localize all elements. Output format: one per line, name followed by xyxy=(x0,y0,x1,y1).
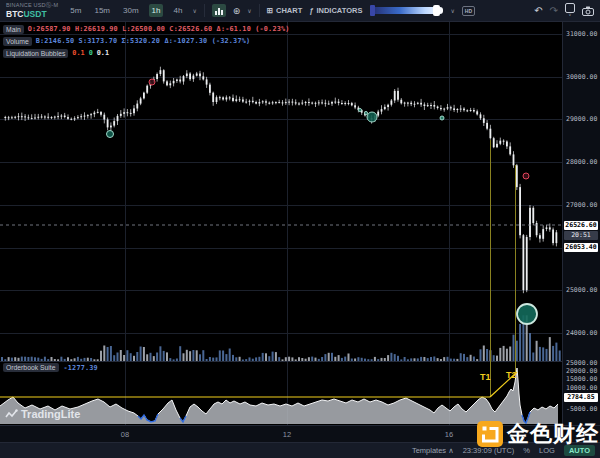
price-axis-label: 26526.60 xyxy=(564,221,598,230)
orderbook-suite-badge[interactable]: Orderbook Suite xyxy=(3,363,59,372)
grid-icon: ⊞ xyxy=(267,6,273,15)
price-axis-label: 20:51 xyxy=(564,231,598,240)
heatmap-intensity-slider[interactable] xyxy=(371,7,443,14)
price-axis[interactable]: 31000.0030000.0029000.0028000.0027000.00… xyxy=(562,22,600,425)
liq-param-3: 0.1 xyxy=(97,49,109,57)
jinse-finance-watermark: 金色财经 xyxy=(477,419,599,449)
templates-label: Templates xyxy=(412,446,446,455)
undo-icon[interactable]: ↶ xyxy=(534,5,542,16)
volume-values: B:2146.50 S:3173.70 Σ:5320.20 Δ:-1027.30… xyxy=(36,37,251,45)
orderbook-suite-value: -1277.39 xyxy=(64,364,98,372)
top-toolbar: BINANCE USDⓈ-M BTCUSDT 5m 15m 30m 1h 4h … xyxy=(0,0,600,22)
toolbar-divider xyxy=(204,4,205,17)
time-axis-label: 08 xyxy=(121,430,129,439)
timeframe-15m[interactable]: 15m xyxy=(91,4,113,17)
price-axis-tick: 15000.00 xyxy=(566,375,597,383)
indicators-button[interactable]: ƒINDICATORS xyxy=(309,6,362,15)
chart-button-label: CHART xyxy=(276,6,302,15)
layout-chevron-icon: ∨ xyxy=(568,13,571,18)
heatmap-dropdown-icon[interactable]: ∨ xyxy=(247,7,251,14)
symbol-pair: BTCUSDT xyxy=(6,10,58,19)
camera-icon[interactable] xyxy=(582,6,594,16)
timeframe-30m[interactable]: 30m xyxy=(120,4,142,17)
chart-wrap: T1T2 Main O:26587.90 H:26619.90 L:26500.… xyxy=(0,22,600,425)
price-axis-tick: 10000.00 xyxy=(566,384,597,392)
timeframe-1h-active[interactable]: 1h xyxy=(149,4,164,17)
orderbook-area xyxy=(0,368,558,424)
price-axis-tick: 30000.00 xyxy=(566,73,597,81)
volume-bars xyxy=(1,315,561,361)
fx-icon: ƒ xyxy=(309,6,313,15)
jinse-logo-icon xyxy=(477,421,503,447)
bar-icon xyxy=(221,10,223,15)
tradinglite-watermark-text: TradingLite xyxy=(21,408,80,420)
candles xyxy=(4,67,557,294)
price-axis-tick: -5000.00 xyxy=(566,405,597,413)
timeframe-4h[interactable]: 4h xyxy=(170,4,185,17)
timeframe-5m[interactable]: 5m xyxy=(67,4,84,17)
price-axis-tick: 24000.00 xyxy=(566,329,597,337)
slider-dropdown-icon[interactable]: ∨ xyxy=(450,7,454,14)
heatmap-style-icon[interactable]: ⊛ xyxy=(233,6,241,16)
main-indicator-badge[interactable]: Main xyxy=(3,25,24,34)
time-axis-label: 16 xyxy=(445,430,453,439)
liquidation-bubbles-badge[interactable]: Liquidation Bubbles xyxy=(3,49,68,58)
toolbar-divider xyxy=(259,4,260,17)
tradinglite-logo-icon xyxy=(5,408,18,420)
price-axis-tick: 28000.00 xyxy=(566,158,597,166)
slider-handle-left[interactable] xyxy=(370,5,375,16)
marker-label-T2: T2 xyxy=(506,370,517,380)
jinse-watermark-text: 金色财经 xyxy=(507,419,599,449)
symbol-quote: USDT xyxy=(23,9,46,19)
chart-area[interactable]: T1T2 Main O:26587.90 H:26619.90 L:26500.… xyxy=(0,22,562,425)
symbol-base: BTC xyxy=(6,9,23,19)
price-axis-label: 26053.40 xyxy=(564,243,598,252)
price-axis-tick: 29000.00 xyxy=(566,115,597,123)
hd-quality-badge[interactable]: HD xyxy=(462,6,475,16)
liquidation-bubbles-row[interactable]: Liquidation Bubbles 0.1 0 0.1 xyxy=(3,48,290,58)
liq-param-2: 0 xyxy=(89,49,93,57)
templates-button[interactable]: Templates ∧ xyxy=(412,446,454,455)
volume-indicator-badge[interactable]: Volume xyxy=(3,37,32,46)
timeframe-dropdown-icon[interactable]: ∨ xyxy=(192,7,196,14)
volume-indicator-row[interactable]: Volume B:2146.50 S:3173.70 Σ:5320.20 Δ:-… xyxy=(3,36,290,46)
layout-button[interactable]: ∨ xyxy=(565,3,575,18)
templates-chevron-icon: ∧ xyxy=(448,446,454,455)
price-axis-tick: 20000.00 xyxy=(566,367,597,375)
tradinglite-app: BINANCE USDⓈ-M BTCUSDT 5m 15m 30m 1h 4h … xyxy=(0,0,600,458)
chart-button[interactable]: ⊞CHART xyxy=(267,6,303,15)
tradinglite-watermark: TradingLite xyxy=(5,408,80,420)
main-indicator-row[interactable]: Main O:26587.90 H:26619.90 L:26500.00 C:… xyxy=(3,24,290,34)
chart-type-candles-button[interactable] xyxy=(212,4,226,17)
bar-icon xyxy=(215,11,217,15)
indicator-legend: Main O:26587.90 H:26619.90 L:26500.00 C:… xyxy=(3,24,290,60)
symbol-block[interactable]: BINANCE USDⓈ-M BTCUSDT xyxy=(6,3,58,18)
price-axis-label: 2784.85 xyxy=(564,393,598,402)
time-axis-label: 12 xyxy=(283,430,291,439)
main-ohlc-values: O:26587.90 H:26619.90 L:26500.00 C:26526… xyxy=(28,25,290,33)
price-axis-tick: 25000.00 xyxy=(566,286,597,294)
price-axis-tick: 31000.00 xyxy=(566,30,597,38)
marker-label-T1: T1 xyxy=(480,372,491,382)
redo-icon[interactable]: ↷ xyxy=(550,5,558,16)
liq-param-1: 0.1 xyxy=(72,49,84,57)
price-axis-tick: 27000.00 xyxy=(566,201,597,209)
indicators-button-label: INDICATORS xyxy=(316,6,362,15)
orderbook-suite-row[interactable]: Orderbook Suite -1277.39 xyxy=(3,363,98,372)
liquidation-bubbles xyxy=(107,79,538,324)
bar-icon xyxy=(218,8,220,15)
price-axis-tick: 25000.00 xyxy=(566,359,597,367)
slider-handle-right[interactable] xyxy=(433,5,440,16)
